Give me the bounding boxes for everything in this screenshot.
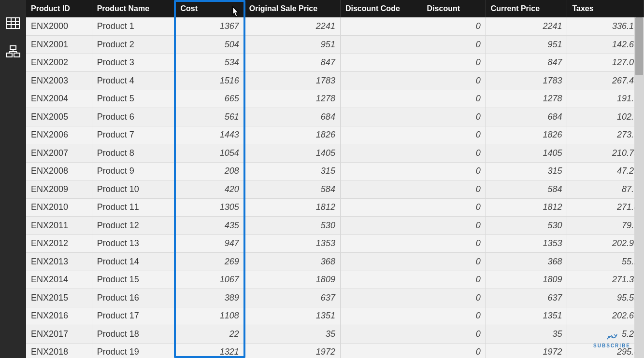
table-cell[interactable]: ENX2010 [26,198,92,217]
table-cell[interactable]: 127.05 [567,54,644,72]
table-cell[interactable]: 315 [486,162,567,180]
table-cell[interactable]: 202.95 [567,234,644,253]
column-header[interactable]: Taxes [567,0,644,17]
table-cell[interactable]: 0 [422,180,486,199]
table-cell[interactable]: 0 [422,271,486,289]
table-cell[interactable]: 947 [175,234,244,253]
table-cell[interactable]: 1972 [486,343,567,358]
table-cell[interactable]: 0 [422,253,486,271]
table-cell[interactable] [340,325,422,344]
table-cell[interactable]: 95.55 [567,289,644,307]
table-cell[interactable]: Product 1 [92,17,175,36]
table-cell[interactable]: Product 5 [92,90,175,108]
table-cell[interactable]: ENX2011 [26,217,92,235]
table-cell[interactable] [340,234,422,253]
scrollbar-thumb[interactable] [635,17,643,75]
table-row[interactable]: ENX2017Product 1822350355.25 [26,325,644,344]
table-cell[interactable]: 389 [175,289,244,307]
table-cell[interactable]: Product 12 [92,217,175,235]
table-cell[interactable] [340,307,422,325]
table-cell[interactable]: 584 [244,180,340,199]
table-cell[interactable]: ENX2013 [26,253,92,271]
table-row[interactable]: ENX2002Product 35348470847127.05 [26,54,644,72]
table-cell[interactable]: 530 [244,217,340,235]
table-cell[interactable]: 1826 [486,126,567,144]
table-cell[interactable]: Product 13 [92,234,175,253]
table-cell[interactable]: ENX2000 [26,17,92,36]
table-cell[interactable]: 0 [422,307,486,325]
table-cell[interactable]: ENX2001 [26,36,92,54]
table-cell[interactable]: 102.6 [567,108,644,126]
table-cell[interactable]: 0 [422,36,486,54]
table-cell[interactable]: 267.45 [567,72,644,90]
table-body[interactable]: ENX2000Product 11367224102241336.15ENX20… [26,17,644,358]
table-cell[interactable]: 1353 [486,234,567,253]
table-cell[interactable]: ENX2003 [26,72,92,90]
table-cell[interactable]: 0 [422,90,486,108]
table-header-row[interactable]: Product IDProduct NameCostOriginal Sale … [26,0,644,17]
table-cell[interactable]: 1405 [244,144,340,163]
table-cell[interactable]: 1367 [175,17,244,36]
table-cell[interactable]: 420 [175,180,244,199]
table-cell[interactable]: ENX2015 [26,289,92,307]
table-cell[interactable]: 0 [422,17,486,36]
table-row[interactable]: ENX2010Product 111305181201812271.8 [26,198,644,217]
table-row[interactable]: ENX2008Product 9208315031547.25 [26,162,644,180]
table-cell[interactable]: ENX2002 [26,54,92,72]
table-cell[interactable]: 208 [175,162,244,180]
column-header[interactable]: Discount Code [340,0,422,17]
table-cell[interactable]: 584 [486,180,567,199]
table-row[interactable]: ENX2006Product 71443182601826273.9 [26,126,644,144]
table-cell[interactable]: Product 4 [92,72,175,90]
table-cell[interactable] [340,108,422,126]
table-cell[interactable]: Product 8 [92,144,175,163]
table-cell[interactable]: 1351 [244,307,340,325]
table-cell[interactable]: Product 16 [92,289,175,307]
table-cell[interactable]: Product 7 [92,126,175,144]
table-cell[interactable]: 534 [175,54,244,72]
table-row[interactable]: ENX2014Product 151067180901809271.35 [26,271,644,289]
table-cell[interactable]: 35 [486,325,567,344]
table-cell[interactable]: ENX2009 [26,180,92,199]
table-cell[interactable] [340,180,422,199]
table-cell[interactable]: 1321 [175,343,244,358]
table-cell[interactable]: 637 [244,289,340,307]
table-cell[interactable]: 847 [244,54,340,72]
table-cell[interactable]: 35 [244,325,340,344]
table-cell[interactable]: 271.35 [567,271,644,289]
table-cell[interactable]: Product 17 [92,307,175,325]
table-cell[interactable]: Product 6 [92,108,175,126]
table-cell[interactable]: 1353 [244,234,340,253]
table-cell[interactable]: 0 [422,217,486,235]
table-row[interactable]: ENX2007Product 81054140501405210.75 [26,144,644,163]
table-cell[interactable]: 561 [175,108,244,126]
table-cell[interactable]: Product 3 [92,54,175,72]
table-cell[interactable]: 951 [244,36,340,54]
table-cell[interactable]: 2241 [244,17,340,36]
column-header[interactable]: Cost [175,0,244,17]
table-cell[interactable]: Product 2 [92,36,175,54]
table-row[interactable]: ENX2015Product 16389637063795.55 [26,289,644,307]
table-cell[interactable] [340,343,422,358]
table-cell[interactable]: 1826 [244,126,340,144]
table-cell[interactable]: 951 [486,36,567,54]
table-cell[interactable]: ENX2016 [26,307,92,325]
table-cell[interactable]: 1783 [244,72,340,90]
table-cell[interactable]: 504 [175,36,244,54]
data-table[interactable]: Product IDProduct NameCostOriginal Sale … [26,0,644,358]
table-cell[interactable] [340,144,422,163]
table-cell[interactable]: 435 [175,217,244,235]
table-cell[interactable]: 1351 [486,307,567,325]
table-cell[interactable]: 1067 [175,271,244,289]
table-cell[interactable]: 295.8 [567,343,644,358]
table-cell[interactable]: 1443 [175,126,244,144]
table-cell[interactable]: 1809 [486,271,567,289]
table-cell[interactable]: 0 [422,343,486,358]
table-cell[interactable]: 684 [486,108,567,126]
table-cell[interactable] [340,253,422,271]
table-cell[interactable]: 368 [486,253,567,271]
table-cell[interactable]: 0 [422,72,486,90]
table-cell[interactable]: 0 [422,144,486,163]
table-cell[interactable]: 0 [422,289,486,307]
table-row[interactable]: ENX2003Product 41516178301783267.45 [26,72,644,90]
